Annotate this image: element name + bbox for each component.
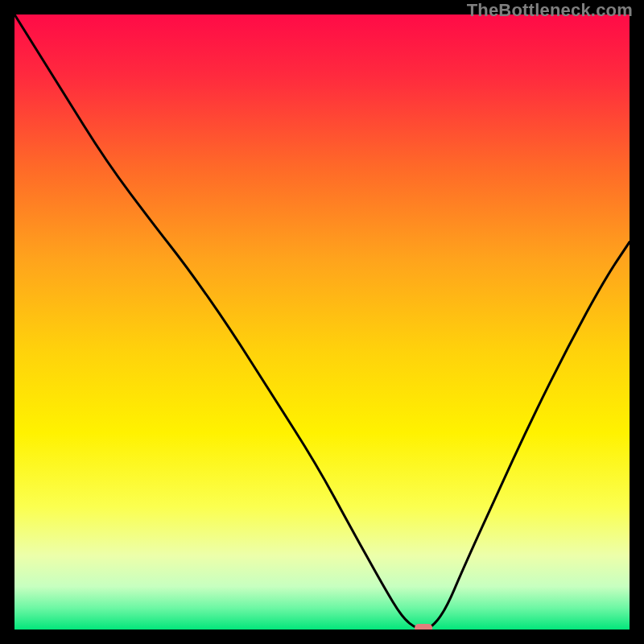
plot-area xyxy=(14,14,630,630)
attribution-label: TheBottleneck.com xyxy=(467,0,633,21)
bottleneck-curve xyxy=(14,14,630,630)
chart-frame: TheBottleneck.com xyxy=(0,0,644,644)
curve-layer xyxy=(14,14,630,630)
optimal-marker xyxy=(415,624,432,630)
